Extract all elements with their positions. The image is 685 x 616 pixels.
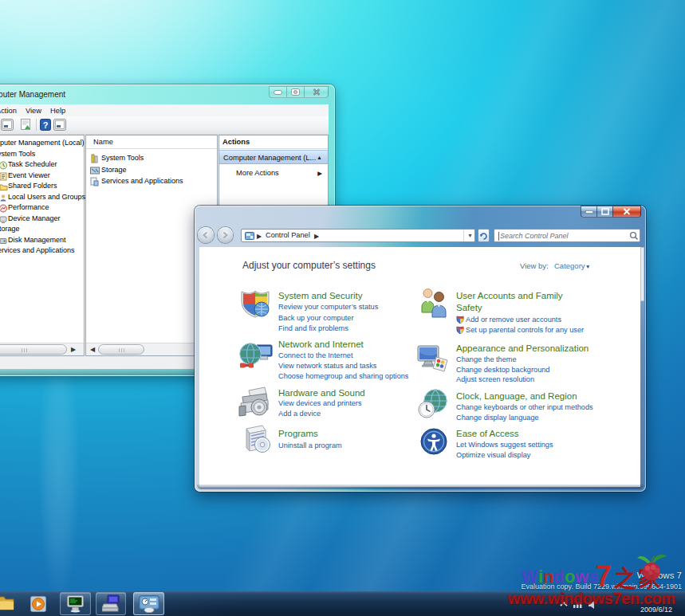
svg-text:?: ? — [43, 120, 49, 130]
